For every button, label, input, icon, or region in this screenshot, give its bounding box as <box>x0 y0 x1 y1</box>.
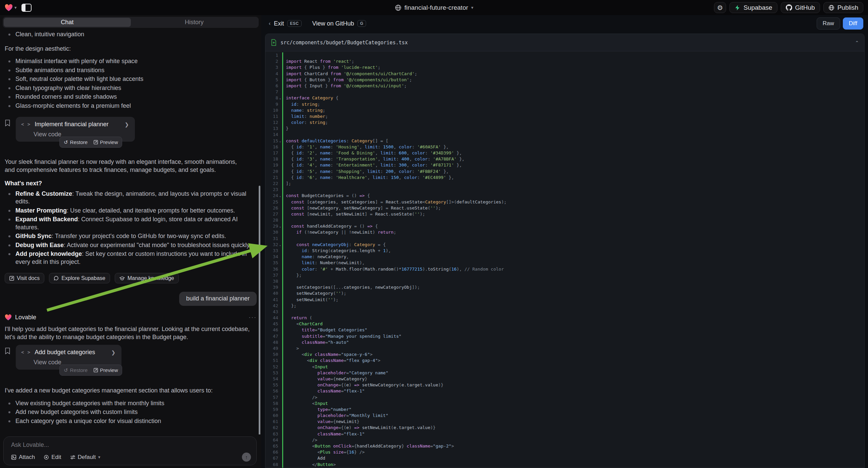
line-number: 5 <box>266 77 278 83</box>
fold-spacer <box>278 333 282 340</box>
fold-spacer <box>278 77 282 83</box>
version-card-implement-financial-planner[interactable]: < > Implement financial planner ❯ View c… <box>16 117 135 142</box>
diff-added-bar <box>282 333 283 340</box>
fold-chevron-icon[interactable]: ⌄ <box>278 138 282 144</box>
github-button[interactable]: GitHub <box>781 2 820 13</box>
fold-spacer <box>278 297 282 303</box>
fold-spacer <box>278 83 282 89</box>
code-line: 3import { Plus } from 'lucide-react'; <box>266 64 864 70</box>
code-text: }; <box>286 272 302 278</box>
line-number: 28 <box>266 217 278 223</box>
list-item: Each category gets a unique color for vi… <box>16 417 257 426</box>
raw-button[interactable]: Raw <box>817 18 840 30</box>
fold-spacer <box>278 114 282 119</box>
github-icon <box>786 4 792 11</box>
code-line: 54 value={newCategory} <box>266 376 864 382</box>
message-menu-button[interactable]: ··· <box>249 314 257 322</box>
supabase-button[interactable]: Supabase <box>730 2 777 13</box>
fold-chevron-icon[interactable]: ⌄ <box>278 95 282 101</box>
fold-spacer <box>278 248 282 254</box>
fold-spacer <box>278 340 282 346</box>
manage-knowledge-button[interactable]: Manage knowledge <box>115 273 179 283</box>
preview-button[interactable]: Preview <box>94 366 118 374</box>
tab-history[interactable]: History <box>131 18 258 27</box>
code-text: subtitle="Manage your spending limits" <box>286 333 401 340</box>
composer-input[interactable]: Ask Lovable... <box>11 441 251 448</box>
code-line: 27 const [newLimit, setNewLimit] = React… <box>266 211 864 217</box>
fold-spacer <box>278 437 282 443</box>
fold-chevron-icon[interactable]: ⌄ <box>278 223 282 229</box>
code-line: 53 placeholder="Category name" <box>266 370 864 376</box>
publish-button[interactable]: Publish <box>824 2 863 13</box>
project-selector[interactable]: financial-future-creator ▾ <box>395 0 473 15</box>
bookmark-icon[interactable] <box>5 348 10 354</box>
code-text: <Plus size={16} /> <box>286 449 365 455</box>
restore-button[interactable]: ↺Restore <box>64 138 88 146</box>
attach-button[interactable]: Attach <box>11 454 35 461</box>
restore-button[interactable]: ↺Restore <box>64 366 88 374</box>
fold-spacer <box>278 266 282 272</box>
settings-button[interactable]: ⚙ <box>714 2 726 13</box>
chat-scrollbar[interactable] <box>259 186 260 434</box>
scrolled-bullet-list: Clean, intuitive navigation <box>5 31 257 39</box>
line-number: 13 <box>266 125 278 131</box>
diff-added-bar <box>282 95 283 101</box>
fold-spacer <box>278 119 282 125</box>
code-text: <Input <box>286 364 328 370</box>
publish-globe-icon <box>829 5 834 11</box>
diff-button[interactable]: Diff <box>843 18 863 30</box>
added-summary: I've added a new budget categories manag… <box>5 387 257 395</box>
line-number: 34 <box>266 254 278 260</box>
globe-icon <box>395 4 401 11</box>
assistant-summary: Your sleek financial planner is now read… <box>5 158 246 174</box>
fold-spacer <box>278 89 282 95</box>
fold-chevron-icon[interactable]: ⌄ <box>278 193 282 199</box>
file-header[interactable]: src/components/budget/BudgetCategories.t… <box>266 34 864 51</box>
chat-scroll-area[interactable]: Clean, intuitive navigation For the desi… <box>0 28 261 434</box>
code-line: 63 className="flex-1" <box>266 431 864 437</box>
lovable-heart-icon <box>5 314 12 321</box>
send-button[interactable]: ↑ <box>242 452 251 462</box>
fold-spacer <box>278 388 282 394</box>
code-text: Add <box>286 455 325 461</box>
line-number: 38 <box>266 278 278 284</box>
fold-spacer <box>278 181 282 187</box>
code-icon: < > <box>21 120 31 128</box>
code-lines[interactable]: 12import React from 'react';3import { Pl… <box>266 51 864 468</box>
code-line: 38 <box>266 278 864 284</box>
chat-panel: Chat History Clean, intuitive navigation… <box>0 15 261 468</box>
version-card-add-budget-categories[interactable]: < > Add budget categories ❯ View code ↺R… <box>16 345 121 370</box>
view-on-github-link[interactable]: View on GitHub <box>312 20 354 27</box>
fold-spacer <box>278 443 282 449</box>
composer[interactable]: Ask Lovable... Attach Edit Default ▾ ↑ <box>3 436 257 465</box>
code-line: 47 subtitle="Manage your spending limits… <box>266 333 864 340</box>
mode-selector[interactable]: Default ▾ <box>70 454 100 461</box>
line-number: 44 <box>266 315 278 321</box>
code-line: 29⌄ const handleAddCategory = () => { <box>266 223 864 229</box>
chevron-up-icon[interactable]: ⌃ <box>855 40 859 45</box>
code-text: const handleAddCategory = () => { <box>286 223 378 229</box>
preview-button[interactable]: Preview <box>94 138 118 146</box>
lovable-logo-menu[interactable]: ▾ <box>5 4 17 11</box>
diff-added-bar <box>282 315 283 321</box>
diff-added-bar <box>282 242 283 248</box>
tab-chat[interactable]: Chat <box>4 18 131 27</box>
diff-added-bar <box>282 284 283 290</box>
line-number: 67 <box>266 455 278 461</box>
exit-button[interactable]: Exit <box>274 20 284 27</box>
code-line: 15⌄const defaultCategories: Category[] =… <box>266 138 864 144</box>
diff-added-bar <box>282 205 283 211</box>
bookmark-icon[interactable] <box>5 119 10 126</box>
fold-spacer <box>278 425 282 431</box>
visit-docs-button[interactable]: Visit docs <box>5 273 44 283</box>
code-text: placeholder="Category name" <box>286 370 388 376</box>
fold-spacer <box>278 370 282 376</box>
fold-spacer <box>278 407 282 413</box>
edit-button[interactable]: Edit <box>43 454 61 461</box>
code-text: { id: '2', name: 'Food & Dining', limit:… <box>286 150 462 156</box>
explore-supabase-button[interactable]: Explore Supabase <box>49 273 110 283</box>
sidebar-toggle-button[interactable] <box>22 4 32 12</box>
diff-added-bar <box>282 71 283 77</box>
fold-chevron-icon[interactable]: ⌄ <box>278 242 282 248</box>
diff-added-bar <box>282 217 283 223</box>
